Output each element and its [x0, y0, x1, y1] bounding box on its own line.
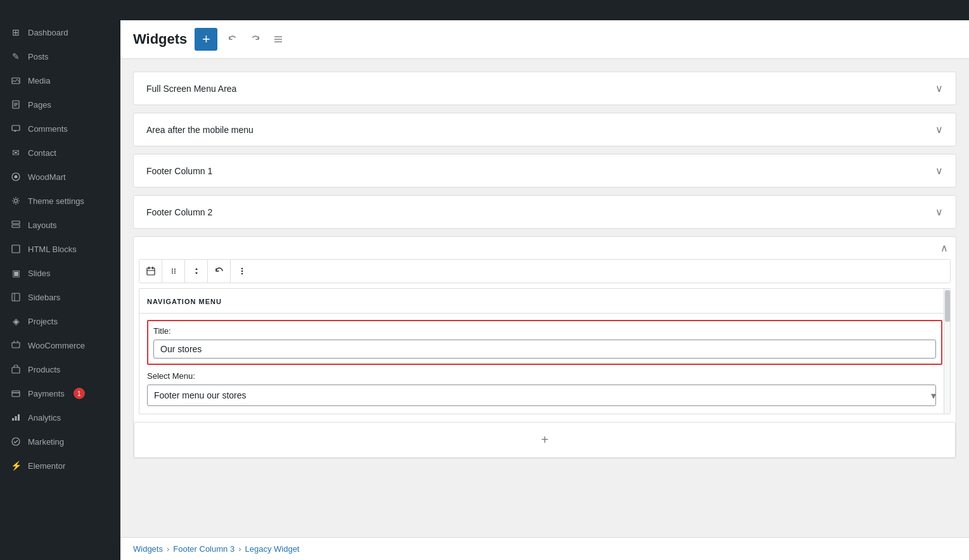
sidebar-item-media[interactable]: Media — [0, 68, 120, 92]
title-input[interactable] — [153, 340, 936, 359]
sidebar-label-marketing: Marketing — [28, 437, 64, 447]
toolbar-calendar-btn[interactable] — [139, 260, 162, 283]
add-button[interactable]: + — [195, 28, 217, 51]
panel-mobile-menu-header[interactable]: Area after the mobile menu ∨ — [134, 113, 956, 146]
analytics-icon — [10, 412, 22, 423]
panel-footer-col-3: ∧ — [133, 236, 956, 459]
svg-rect-24 — [147, 268, 155, 275]
add-widget-button[interactable]: + — [134, 422, 956, 458]
sidebar-item-contact[interactable]: ✉ Contact — [0, 141, 120, 165]
panel-footer-col-3-header[interactable]: ∧ — [134, 237, 956, 259]
media-icon — [10, 75, 22, 86]
panel-mobile-menu-chevron: ∨ — [935, 124, 943, 136]
sidebar-item-html-blocks[interactable]: HTML Blocks — [0, 237, 120, 261]
svg-rect-10 — [12, 225, 20, 227]
svg-rect-11 — [12, 245, 20, 253]
svg-point-33 — [174, 272, 176, 274]
svg-rect-12 — [12, 293, 20, 301]
sidebar-item-dashboard[interactable]: ⊞ Dashboard — [0, 20, 120, 44]
sidebars-icon — [10, 291, 22, 303]
sidebar-item-woocommerce[interactable]: WooCommerce — [0, 333, 120, 357]
title-label: Title: — [153, 326, 936, 336]
svg-point-32 — [172, 272, 173, 274]
svg-point-29 — [174, 269, 176, 270]
toolbar-more-btn[interactable] — [231, 260, 253, 283]
redo-button[interactable] — [248, 32, 263, 47]
woodmart-icon — [10, 171, 22, 182]
breadcrumb-footer-col-3[interactable]: Footer Column 3 — [173, 544, 234, 554]
elementor-icon: ⚡ — [10, 460, 22, 471]
widget-toolbar-wrapper — [134, 259, 956, 288]
html-blocks-icon — [10, 243, 22, 255]
dashboard-icon: ⊞ — [10, 27, 22, 38]
sidebar-label-payments: Payments — [28, 389, 65, 398]
sidebar-label-analytics: Analytics — [28, 413, 61, 423]
svg-rect-18 — [15, 416, 17, 421]
sidebar-label-media: Media — [28, 76, 50, 86]
select-menu-dropdown[interactable]: Footer menu our stores — [147, 385, 936, 406]
content-area: Full Screen Menu Area ∨ Area after the m… — [120, 59, 969, 537]
svg-point-31 — [174, 270, 176, 272]
sidebar-item-payments[interactable]: Payments 1 — [0, 381, 120, 405]
page-header: Widgets + — [120, 20, 969, 59]
projects-icon: ◈ — [10, 315, 22, 327]
sidebar-item-elementor[interactable]: ⚡ Elementor — [0, 454, 120, 478]
svg-point-35 — [241, 270, 243, 272]
top-bar — [0, 0, 969, 20]
select-menu-label: Select Menu: — [147, 371, 942, 381]
panel-footer-col-2-title: Footer Column 2 — [146, 207, 212, 217]
sidebar-item-layouts[interactable]: Layouts — [0, 213, 120, 237]
svg-rect-5 — [12, 125, 20, 130]
sidebar-item-marketing[interactable]: Marketing — [0, 430, 120, 454]
panel-full-screen-menu-chevron: ∨ — [935, 82, 943, 94]
sidebar-label-layouts: Layouts — [28, 220, 57, 230]
sidebar-label-woocommerce: WooCommerce — [28, 341, 85, 350]
slides-icon: ▣ — [10, 267, 22, 279]
sidebar-label-elementor: Elementor — [28, 461, 65, 471]
sidebar-item-pages[interactable]: Pages — [0, 92, 120, 117]
sidebar-item-woodmart[interactable]: WoodMart — [0, 165, 120, 189]
widget-content-box: NAVIGATION MENU Title: Select Menu: Foot… — [139, 288, 951, 414]
sidebar-label-slides: Slides — [28, 269, 50, 278]
pages-icon — [10, 99, 22, 110]
svg-rect-15 — [12, 391, 20, 397]
sidebar-item-slides[interactable]: ▣ Slides — [0, 261, 120, 285]
sidebar: ⊞ Dashboard ✎ Posts Media Pages Comments — [0, 20, 120, 560]
panel-footer-col-3-chevron: ∧ — [940, 242, 948, 254]
panel-footer-col-1-header[interactable]: Footer Column 1 ∨ — [134, 155, 956, 187]
panel-full-screen-menu-title: Full Screen Menu Area — [146, 84, 236, 94]
sidebar-item-projects[interactable]: ◈ Projects — [0, 309, 120, 333]
sidebar-item-theme-settings[interactable]: Theme settings — [0, 189, 120, 213]
panel-footer-col-2: Footer Column 2 ∨ — [133, 195, 956, 229]
sidebar-item-analytics[interactable]: Analytics — [0, 405, 120, 430]
contact-icon: ✉ — [10, 147, 22, 158]
panel-full-screen-menu: Full Screen Menu Area ∨ — [133, 72, 956, 105]
sidebar-item-posts[interactable]: ✎ Posts — [0, 44, 120, 68]
panel-footer-col-2-header[interactable]: Footer Column 2 ∨ — [134, 196, 956, 228]
toolbar-arrows-btn[interactable] — [185, 260, 208, 283]
svg-point-8 — [15, 200, 18, 203]
breadcrumb-widgets[interactable]: Widgets — [133, 544, 163, 554]
widget-scrollbar[interactable] — [944, 289, 950, 414]
woocommerce-icon — [10, 340, 22, 351]
products-icon — [10, 364, 22, 375]
panel-full-screen-menu-header[interactable]: Full Screen Menu Area ∨ — [134, 72, 956, 105]
menu-button[interactable] — [271, 32, 286, 47]
sidebar-item-sidebars[interactable]: Sidebars — [0, 285, 120, 309]
toolbar-refresh-btn[interactable] — [208, 260, 231, 283]
toolbar-drag-btn[interactable] — [162, 260, 185, 283]
widget-toolbar — [139, 259, 951, 283]
select-menu-group: Select Menu: Footer menu our stores — [139, 371, 950, 414]
sidebar-label-pages: Pages — [28, 100, 51, 110]
page-title: Widgets — [133, 31, 187, 48]
undo-button[interactable] — [225, 32, 240, 47]
sidebar-item-comments[interactable]: Comments — [0, 117, 120, 141]
svg-point-7 — [15, 175, 18, 179]
payments-icon — [10, 388, 22, 399]
sidebar-label-dashboard: Dashboard — [28, 28, 68, 37]
select-menu-wrapper: Footer menu our stores — [147, 385, 942, 406]
svg-rect-14 — [12, 367, 20, 373]
panel-footer-col-1: Footer Column 1 ∨ — [133, 154, 956, 188]
sidebar-label-posts: Posts — [28, 52, 49, 61]
sidebar-item-products[interactable]: Products — [0, 357, 120, 381]
